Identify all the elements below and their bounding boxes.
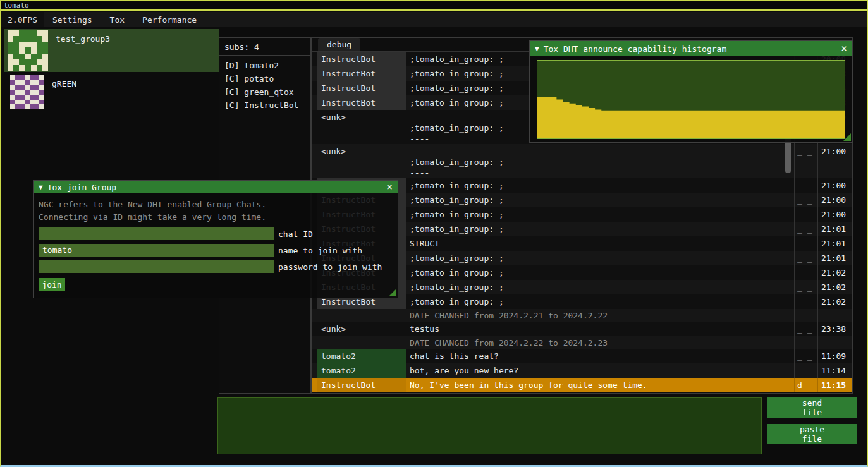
sender-name: <unk> (317, 144, 406, 178)
read-marker: _ _ (794, 144, 817, 178)
timestamp (817, 309, 852, 322)
member-list-item[interactable]: [C] green_qtox (219, 85, 310, 99)
sender-name: InstructBot (317, 52, 406, 66)
member-list: [D] tomato2[C] potato[C] green_qtox[C] I… (219, 59, 310, 112)
tab-debug[interactable]: debug (318, 38, 360, 51)
sender-name: <unk> (317, 322, 406, 336)
timestamp (817, 336, 852, 349)
dht-histogram-title: Tox DHT announce capability histogram (544, 44, 727, 54)
menu-item-settings[interactable]: Settings (44, 12, 101, 27)
member-list-item[interactable]: [C] InstructBot (219, 99, 310, 112)
timestamp: 21:01 (817, 251, 852, 265)
sender-name: <unk> (317, 110, 406, 144)
message-text: ;tomato_in_group: ; (406, 193, 794, 207)
read-marker: _ _ (794, 193, 817, 207)
collapse-arrow-icon[interactable]: ▼ (535, 45, 539, 53)
members-count-header: subs: 4 (219, 38, 310, 55)
timestamp: 21:02 (817, 294, 852, 309)
chat-date-separator[interactable]: DATE CHANGED from 2024.2.21 to 2024.2.22 (312, 309, 852, 322)
group-list: test_group3 gREEN (4, 29, 219, 112)
close-icon[interactable]: × (386, 182, 393, 192)
read-marker: _ _ (794, 222, 817, 236)
chat-message-row[interactable]: <unk>testus_ _23:38 (312, 322, 852, 336)
join-button[interactable]: join (39, 278, 65, 291)
read-marker: _ _ (794, 363, 817, 378)
group-item-green[interactable]: gREEN (4, 73, 219, 111)
join-password-label: password to join with (278, 262, 382, 272)
chat-date-separator[interactable]: DATE CHANGED from 2024.2.22 to 2024.2.23 (312, 336, 852, 349)
message-input[interactable] (217, 397, 762, 454)
resize-grip[interactable] (843, 133, 851, 141)
app-window: tomato 2.0FPS SettingsToxPerformance tes… (0, 0, 868, 467)
window-titlebar[interactable]: tomato (1, 1, 867, 11)
sender-name: tomato2 (317, 349, 406, 363)
row-spacer (312, 363, 317, 378)
close-icon[interactable]: × (841, 44, 847, 54)
read-marker: _ _ (794, 207, 817, 222)
message-text: testus (406, 322, 794, 336)
paste-file-button[interactable]: paste file (767, 424, 857, 444)
window-title: tomato (4, 1, 29, 9)
group-name: test_group3 (56, 34, 110, 71)
row-spacer (312, 309, 317, 322)
timestamp: 21:02 (817, 280, 852, 294)
chat-id-label: chat ID (278, 229, 313, 239)
chat-message-row[interactable]: tomato2chat is this real?_ _11:09 (312, 349, 852, 363)
menu-bar: 2.0FPS SettingsToxPerformance (1, 12, 867, 27)
message-text: ;tomato_in_group: ; (406, 265, 794, 280)
chat-message-row[interactable]: tomato2bot, are you new here?_ _11:14 (312, 363, 852, 378)
join-name-input[interactable]: tomato (39, 244, 274, 257)
read-marker (794, 309, 817, 322)
send-file-button[interactable]: send file (767, 397, 857, 418)
row-spacer (312, 110, 317, 144)
menu-item-performance[interactable]: Performance (133, 12, 205, 27)
row-spacer (312, 378, 317, 392)
message-text: ;tomato_in_group: ; (406, 207, 794, 222)
dht-histogram-titlebar[interactable]: ▼ Tox DHT announce capability histogram … (530, 41, 852, 56)
join-group-titlebar[interactable]: ▼ Tox join Group × (34, 181, 398, 193)
sender-name (317, 309, 406, 322)
sender-name: InstructBot (317, 81, 406, 95)
group-item-test_group3[interactable]: test_group3 (4, 29, 219, 72)
join-password-input[interactable] (39, 260, 274, 273)
member-list-item[interactable]: [D] tomato2 (219, 59, 310, 72)
dht-histogram-window: ▼ Tox DHT announce capability histogram … (529, 40, 853, 143)
timestamp: 21:00 (817, 144, 852, 178)
histogram-bars (537, 97, 845, 138)
timestamp: 11:14 (817, 363, 852, 378)
message-text: ;tomato_in_group: ; (406, 251, 794, 265)
chat-message-row[interactable]: <unk>----;tomato_in_group: ;----_ _21:00 (312, 144, 852, 178)
row-spacer (312, 66, 317, 81)
fps-counter: 2.0FPS (1, 12, 44, 27)
timestamp: 11:15 (817, 378, 852, 392)
group-avatar (8, 30, 48, 71)
chat-message-row[interactable]: InstructBotNo, I've been in this group f… (312, 378, 852, 392)
read-marker: _ _ (794, 265, 817, 280)
join-info-line: Connecting via ID might take a very long… (39, 211, 393, 224)
read-marker: _ _ (794, 294, 817, 309)
row-spacer (312, 144, 317, 178)
message-text: bot, are you new here? (406, 363, 794, 378)
sender-name (317, 336, 406, 349)
message-text: No, I've been in this group for quite so… (406, 378, 794, 392)
row-spacer (312, 322, 317, 336)
sender-name: InstructBot (317, 66, 406, 81)
resize-grip[interactable] (389, 289, 396, 296)
sender-name: InstructBot (317, 378, 406, 392)
read-marker: _ _ (794, 178, 817, 193)
sender-name: tomato2 (317, 363, 406, 378)
read-marker: _ _ (794, 280, 817, 294)
message-text: chat is this real? (406, 349, 794, 363)
menu-item-tox[interactable]: Tox (101, 12, 133, 27)
message-text: STRUCT (406, 236, 794, 251)
row-spacer (312, 95, 317, 110)
chat-id-input[interactable] (39, 227, 274, 240)
sender-name: InstructBot (317, 95, 406, 110)
group-avatar (10, 75, 44, 109)
read-marker: _ _ (794, 236, 817, 251)
member-list-item[interactable]: [C] potato (219, 72, 310, 85)
collapse-arrow-icon[interactable]: ▼ (39, 183, 43, 191)
join-group-window: ▼ Tox join Group × NGC refers to the New… (33, 180, 398, 298)
timestamp: 21:01 (817, 222, 852, 236)
timestamp: 11:09 (817, 349, 852, 363)
